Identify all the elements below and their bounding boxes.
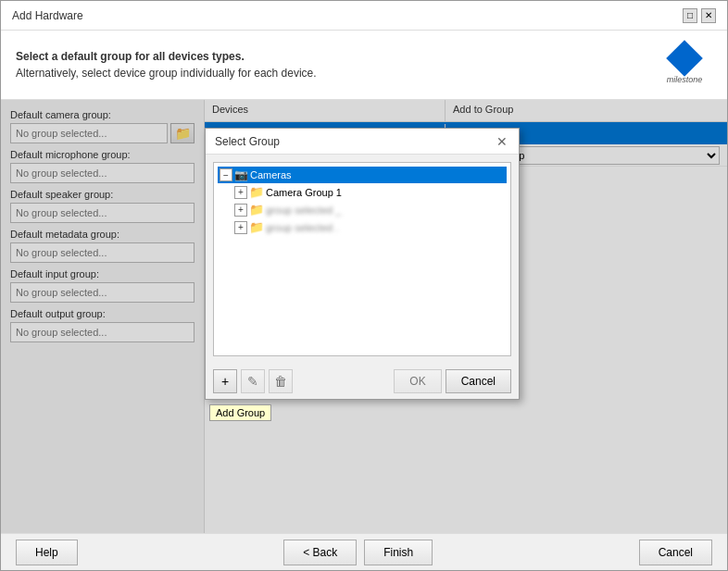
select-group-modal: Select Group ✕ − 📷 Cameras	[205, 128, 520, 400]
window-title: Add Hardware	[12, 9, 83, 22]
tree-root-label: Cameras	[250, 169, 292, 180]
modal-footer: + ✎ 🗑 OK Cancel	[206, 364, 519, 399]
header-line2: Alternatively, select device group indiv…	[16, 65, 317, 81]
modal-title: Select Group	[215, 135, 280, 148]
modal-footer-wrapper: + ✎ 🗑 OK Cancel Add Group	[206, 364, 519, 399]
title-bar-controls: □ ✕	[683, 8, 716, 23]
add-group-button[interactable]: +	[213, 369, 237, 393]
help-button[interactable]: Help	[16, 540, 78, 565]
close-button[interactable]: ✕	[701, 8, 716, 23]
edit-group-button[interactable]: ✎	[241, 369, 265, 393]
tree-item[interactable]: + 📁 group selected .	[232, 218, 507, 236]
add-hardware-window: Add Hardware □ ✕ Select a default group …	[0, 0, 728, 571]
tree-item-label: group selected .	[266, 222, 338, 233]
tree-expand-icon[interactable]: +	[234, 186, 247, 199]
ok-button[interactable]: OK	[394, 369, 441, 393]
modal-overlay: Select Group ✕ − 📷 Cameras	[1, 100, 727, 533]
cameras-node-icon: 📷	[234, 168, 248, 181]
header-area: Select a default group for all devices t…	[1, 31, 727, 100]
content-area: Default camera group: 📁 Default micropho…	[1, 100, 727, 533]
modal-body: − 📷 Cameras + 📁 Camera Group 1	[206, 155, 519, 364]
delete-group-button[interactable]: 🗑	[269, 369, 293, 393]
back-button[interactable]: < Back	[283, 540, 357, 565]
header-line1: Select a default group for all devices t…	[16, 48, 317, 65]
add-group-tooltip: Add Group	[209, 404, 271, 421]
bottom-center-buttons: < Back Finish	[283, 540, 433, 565]
tree-item[interactable]: + 📁 group selected _	[232, 201, 507, 218]
minimize-button[interactable]: □	[683, 8, 697, 23]
finish-button[interactable]: Finish	[364, 540, 433, 565]
tree-expand-icon[interactable]: −	[220, 168, 232, 181]
tree-item-label: group selected _	[266, 205, 341, 216]
folder-icon: 📁	[249, 220, 264, 234]
diamond-icon	[666, 40, 703, 77]
cancel-button[interactable]: Cancel	[639, 540, 712, 565]
tree-container[interactable]: − 📷 Cameras + 📁 Camera Group 1	[213, 162, 511, 356]
milestone-logo: milestone	[657, 42, 712, 88]
tree-root-item[interactable]: − 📷 Cameras	[218, 167, 507, 183]
folder-icon: 📁	[249, 203, 264, 217]
modal-title-bar: Select Group ✕	[206, 129, 519, 155]
tree-expand-icon[interactable]: +	[234, 221, 247, 234]
tree-expand-icon[interactable]: +	[234, 204, 247, 217]
folder-icon: 📁	[249, 185, 264, 199]
title-bar: Add Hardware □ ✕	[1, 1, 727, 31]
bottom-bar: Help < Back Finish Cancel	[1, 533, 727, 570]
header-text: Select a default group for all devices t…	[16, 48, 317, 81]
modal-close-button[interactable]: ✕	[495, 134, 509, 149]
tree-children: + 📁 Camera Group 1 + 📁 group selected _	[218, 183, 507, 236]
cancel-button[interactable]: Cancel	[446, 369, 511, 393]
tree-item[interactable]: + 📁 Camera Group 1	[232, 183, 507, 201]
tree-item-label: Camera Group 1	[266, 187, 342, 198]
